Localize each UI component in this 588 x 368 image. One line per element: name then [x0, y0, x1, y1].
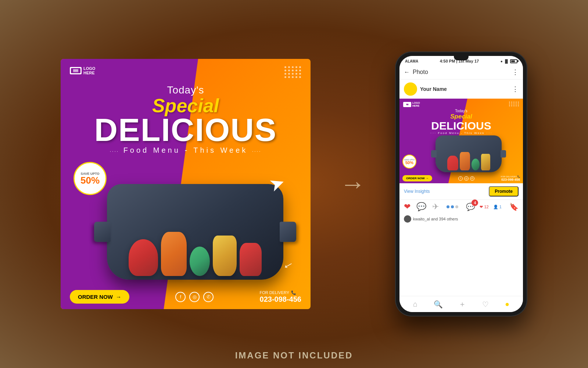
- phone-handle-left: [431, 150, 437, 158]
- arrow-icon: →: [116, 294, 121, 300]
- phone-dish: [432, 128, 505, 172]
- social-media-post-card: LOGO HERE Today's Special DELICIOUS ····…: [61, 59, 311, 309]
- order-btn-label: ORDER NOW: [78, 294, 113, 300]
- phone-food-red: [447, 156, 458, 170]
- facebook-icon[interactable]: f: [175, 292, 186, 302]
- today-special-text: Today's: [70, 84, 301, 96]
- reaction-icons-group: ❤ 💬 ✈: [404, 202, 439, 212]
- food-item-orange: [161, 232, 187, 276]
- delivery-label-text: FOR DELIVERY: [260, 290, 290, 295]
- user-more-icon[interactable]: ⋮: [512, 85, 519, 93]
- whatsapp-icon[interactable]: ✆: [203, 292, 214, 302]
- phone-discount-badge: SAVE UPTO 50%: [402, 155, 416, 169]
- social-icons-group: f ◎ ✆: [175, 292, 214, 302]
- phone-handle-right: [501, 150, 506, 158]
- signal-icon: ●: [501, 59, 503, 63]
- phone-liked-by: kwaito_al and 394 others: [399, 214, 523, 224]
- order-now-button[interactable]: ORDER NOW →: [70, 290, 129, 304]
- heart-icon[interactable]: ❤: [404, 202, 410, 212]
- battery-icon: [510, 59, 517, 63]
- phone-whatsapp-icon[interactable]: ✆: [470, 176, 474, 181]
- phone-dot-grid: [509, 102, 519, 106]
- phone-instagram-icon[interactable]: ◎: [464, 176, 469, 181]
- phone-post-content: 🍽 LOGOHERE Today's Special DELICIOUS ···…: [399, 99, 523, 183]
- logo-icon: [70, 67, 82, 74]
- battery-fill: [511, 60, 515, 62]
- food-item-broccoli: [190, 247, 210, 276]
- delivery-label: FOR DELIVERY 📞: [260, 290, 301, 295]
- dot-3: [455, 205, 458, 208]
- liked-by-text: kwaito_al and 394 others: [413, 217, 458, 221]
- user-name: Your Name: [420, 86, 447, 92]
- phone-header: ← Photo ⋮: [399, 65, 523, 79]
- phone-user-row: Your Name ⋮: [399, 79, 523, 99]
- phone-status-right: ● ▐▌: [501, 59, 517, 63]
- dish-handle-left: [94, 222, 111, 242]
- phone-icon: 📞: [291, 290, 296, 295]
- comment-icon[interactable]: 💬: [416, 202, 426, 212]
- food-item-corn: [213, 236, 237, 276]
- phone-food-orange: [460, 152, 470, 170]
- phone-tray: [435, 135, 502, 172]
- discount-percent: 50%: [80, 176, 100, 185]
- phone-post-image: 🍽 LOGOHERE Today's Special DELICIOUS ···…: [399, 99, 523, 183]
- main-container: LOGO HERE Today's Special DELICIOUS ····…: [0, 0, 588, 368]
- post-content: LOGO HERE Today's Special DELICIOUS ····…: [61, 59, 311, 309]
- carousel-dots: [447, 205, 458, 208]
- food-dish-image: [100, 155, 291, 280]
- phone-logo: 🍽 LOGOHERE: [403, 102, 519, 107]
- phone-actions-row: View Insights Promote: [399, 183, 523, 200]
- food-item-red-pepper: [129, 239, 158, 276]
- arrow-between-cards: →: [340, 169, 366, 199]
- logo-text-line1: LOGO: [83, 66, 95, 71]
- bottom-watermark-text: IMAGE NOT INCLUDED: [235, 350, 353, 361]
- food-item-extra: [240, 243, 262, 276]
- phone-carrier: ALAMA: [405, 59, 418, 63]
- comment-notification: 💬 4: [466, 202, 475, 211]
- dish-handle-right: [280, 222, 296, 242]
- phone-discount-percent: 50%: [405, 161, 413, 165]
- liked-avatar: [404, 215, 411, 223]
- user-count-group: 👤 1: [493, 205, 502, 209]
- delivery-number: 023-098-456: [260, 295, 301, 304]
- phone-food-items: [441, 152, 496, 170]
- phone-mockup: ALAMA 4:50 PM | 1st May 17 ● ▐▌ ← Photo …: [395, 52, 527, 316]
- instagram-icon[interactable]: ◎: [189, 292, 200, 302]
- post-footer: ORDER NOW → f ◎ ✆ FOR DELIVERY 📞 023-098…: [70, 290, 301, 304]
- phone-today-text: Today's: [403, 109, 519, 113]
- user-info: Your Name: [404, 82, 447, 96]
- signal-bars: ▐▌: [504, 59, 509, 63]
- phone-food-green: [472, 159, 480, 170]
- phone-bottom-nav: ⌂ 🔍 ＋ ♡ ●: [399, 296, 523, 312]
- profile-nav-icon[interactable]: ●: [505, 300, 509, 308]
- phone-back-button[interactable]: ← Photo: [404, 69, 428, 75]
- food-menu-label: Food Menu - This Week: [123, 146, 248, 154]
- phone-order-btn[interactable]: ORDER NOW →: [402, 175, 432, 181]
- share-icon[interactable]: ✈: [432, 202, 439, 212]
- phone-reactions-row: ❤ 💬 ✈ 💬 4 ❤ 12: [399, 200, 523, 214]
- user-icon: 👤: [493, 205, 498, 209]
- header-title: Photo: [413, 69, 428, 75]
- dot-2: [451, 205, 454, 208]
- like-count-group: ❤ 12: [480, 205, 488, 209]
- user-avatar: [404, 82, 417, 96]
- phone-social-icons: f ◎ ✆: [458, 176, 474, 181]
- view-insights-button[interactable]: View Insights: [404, 189, 430, 194]
- phone-facebook-icon[interactable]: f: [458, 176, 463, 181]
- back-icon: ←: [404, 69, 410, 75]
- heart-nav-icon[interactable]: ♡: [482, 300, 489, 309]
- phone-delivery-label: FOR DELIVERY 📞: [501, 175, 520, 178]
- food-items: [114, 188, 276, 276]
- post-logo: LOGO HERE: [70, 66, 301, 75]
- more-options-button[interactable]: ⋮: [512, 68, 519, 76]
- phone-special-text: Special: [403, 113, 519, 120]
- bookmark-icon[interactable]: 🔖: [509, 202, 519, 211]
- delicious-text: DELICIOUS: [70, 115, 301, 144]
- dot-1: [447, 205, 449, 208]
- promote-button[interactable]: Promote: [489, 186, 519, 197]
- search-nav-icon[interactable]: 🔍: [434, 300, 443, 309]
- add-nav-icon[interactable]: ＋: [459, 299, 466, 309]
- home-nav-icon[interactable]: ⌂: [413, 300, 417, 308]
- dot-grid-decoration: [284, 66, 301, 78]
- logo-text-line2: HERE: [83, 71, 95, 75]
